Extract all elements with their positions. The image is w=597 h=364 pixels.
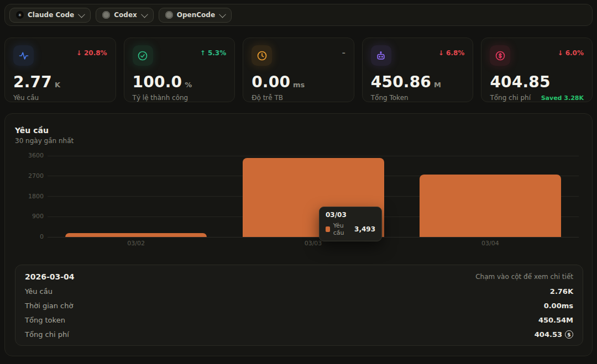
y-axis-tick: 0 <box>19 233 44 240</box>
check-circle-icon-tile <box>133 45 153 66</box>
stat-label: Yêu cầu <box>13 94 39 102</box>
stat-value: 0.00 <box>252 73 290 91</box>
summary-row-label: Tổng chi phí <box>25 330 69 339</box>
chevron-down-icon <box>78 10 85 18</box>
stat-label: Độ trễ TB <box>252 94 283 102</box>
stat-label: Tổng chi phí <box>490 94 531 102</box>
bar-chart-plot <box>48 151 579 237</box>
summary-row-value: 2.76K <box>550 287 573 296</box>
summary-row-3: Tổng chi phí404.53$ <box>25 330 573 339</box>
delta-badge: ↑ 5.3% <box>200 49 227 57</box>
summary-row-label: Thời gian chờ <box>25 302 73 310</box>
tooltip-series-label: Yêu cầu <box>333 222 351 236</box>
stat-label: Tổng Token <box>371 94 409 102</box>
summary-value-text: 0.00ms <box>544 302 573 310</box>
y-axis-tick: 2700 <box>19 172 44 180</box>
stat-unit: M <box>434 81 441 89</box>
stat-value: 450.86 <box>371 73 431 91</box>
stat-unit: K <box>55 81 60 89</box>
saved-badge: Saved 3.28K <box>541 94 584 102</box>
check-circle-icon <box>137 50 148 61</box>
delta-badge: – <box>342 49 345 57</box>
stat-value: 2.77 <box>13 73 52 91</box>
stat-card-1: ↑ 5.3%100.0%Tỷ lệ thành công <box>124 38 235 102</box>
opencode-logo-icon <box>165 11 173 19</box>
stat-card-4: ↓ 6.0%404.85Tổng chi phíSaved 3.28K <box>481 38 593 102</box>
summary-row-value: 450.54M <box>538 316 573 324</box>
y-axis-tick: 900 <box>19 213 44 220</box>
chart-title: Yêu cầu <box>15 126 49 135</box>
bot-icon <box>375 50 386 61</box>
clock-icon <box>256 50 268 61</box>
requests-chart-panel: Yêu cầu 30 ngày gần nhất 090018002700360… <box>4 113 593 356</box>
summary-value-text: 2.76K <box>550 287 573 296</box>
summary-row-label: Yêu cầu <box>25 287 53 296</box>
provider-pill-opencode[interactable]: OpenCode <box>159 8 232 23</box>
summary-row-1: Thời gian chờ0.00ms <box>25 302 573 310</box>
provider-label: Claude Code <box>28 11 74 19</box>
chevron-down-icon <box>219 10 226 18</box>
clock-icon-tile <box>252 45 272 66</box>
dollar-circle-icon <box>495 50 506 61</box>
stat-card-2: –0.00msĐộ trễ TB <box>243 38 354 102</box>
day-detail-panel: 2026-03-04 Chạm vào cột để xem chi tiết … <box>15 265 583 346</box>
summary-row-2: Tổng token450.54M <box>25 316 573 324</box>
provider-pill-claude-code[interactable]: ✳Claude Code <box>9 8 91 23</box>
provider-label: OpenCode <box>177 11 215 19</box>
tooltip-value: 3,493 <box>354 225 375 233</box>
stat-card-0: ↓ 20.8%2.77KYêu cầu <box>4 38 116 102</box>
summary-row-0: Yêu cầu2.76K <box>25 287 573 296</box>
codex-logo-icon <box>102 11 110 19</box>
summary-row-value: 0.00ms <box>544 302 573 310</box>
chart-bar-03-02[interactable] <box>65 233 207 237</box>
stat-card-3: ↓ 6.8%450.86MTổng Token <box>362 38 474 102</box>
stat-label: Tỷ lệ thành công <box>133 94 188 102</box>
delta-badge: ↓ 6.8% <box>438 49 465 57</box>
summary-row-value: 404.53$ <box>535 330 573 339</box>
activity-icon <box>18 50 29 61</box>
y-axis-tick: 3600 <box>19 152 44 159</box>
y-axis-tick: 1800 <box>19 193 44 200</box>
tooltip-date: 03/03 <box>326 211 375 219</box>
tap-column-hint: Chạm vào cột để xem chi tiết <box>475 273 573 281</box>
bot-icon-tile <box>371 45 391 66</box>
stat-unit: ms <box>293 81 305 89</box>
stat-cards-row: ↓ 20.8%2.77KYêu cầu↑ 5.3%100.0%Tỷ lệ thà… <box>4 38 593 102</box>
provider-filter-bar: ✳Claude CodeCodexOpenCode <box>4 4 593 26</box>
series-swatch-icon <box>326 226 330 232</box>
provider-label: Codex <box>114 11 137 19</box>
stat-unit: % <box>185 81 192 89</box>
chevron-down-icon <box>141 10 148 18</box>
dollar-circle-icon-tile <box>490 45 510 66</box>
stat-value: 404.85 <box>490 73 550 91</box>
gridline-3600 <box>48 156 579 156</box>
selected-date: 2026-03-04 <box>25 272 75 281</box>
dollar-circle-icon: $ <box>565 330 573 339</box>
activity-icon-tile <box>13 45 34 66</box>
summary-value-text: 404.53 <box>535 330 562 339</box>
summary-row-label: Tổng token <box>25 316 65 324</box>
chart-bar-03-04[interactable] <box>420 175 561 237</box>
stat-value: 100.0 <box>133 73 182 91</box>
x-axis-tick: 03/04 <box>468 240 512 247</box>
claude-logo-icon: ✳ <box>16 11 24 19</box>
chart-subtitle: 30 ngày gần nhất <box>15 137 74 145</box>
delta-badge: ↓ 20.8% <box>76 49 107 57</box>
delta-badge: ↓ 6.0% <box>557 49 584 57</box>
chart-tooltip: 03/03 Yêu cầu 3,493 <box>319 207 382 241</box>
x-axis-tick: 03/02 <box>114 240 158 247</box>
provider-pill-codex[interactable]: Codex <box>96 8 154 23</box>
summary-value-text: 450.54M <box>538 316 573 324</box>
